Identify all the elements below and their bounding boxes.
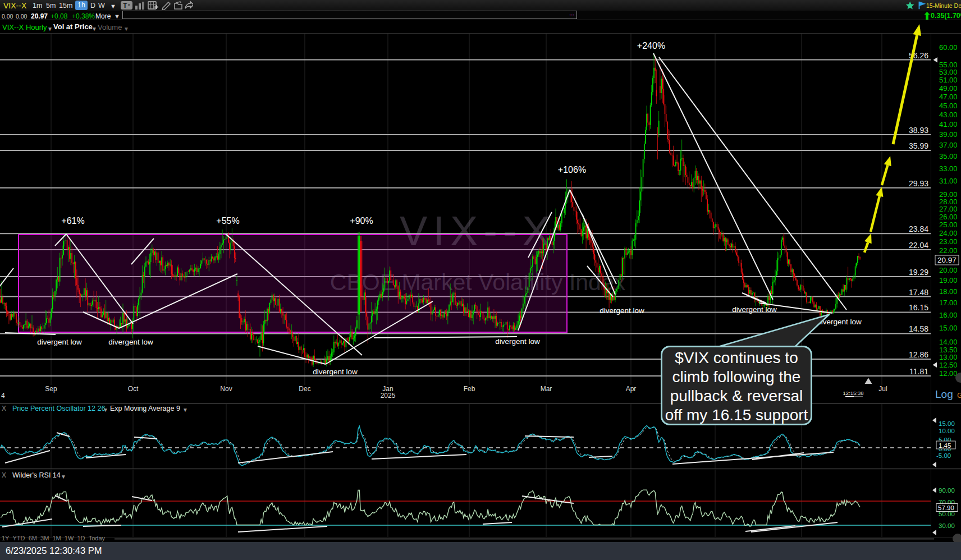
svg-text:Sep: Sep — [45, 385, 57, 393]
svg-text:16.15: 16.15 — [909, 303, 928, 312]
svg-text:38.93: 38.93 — [909, 126, 928, 135]
svg-text:26.00: 26.00 — [939, 213, 958, 221]
svg-text:16.00: 16.00 — [939, 311, 958, 319]
svg-text:23.84: 23.84 — [909, 224, 928, 233]
svg-text:Feb: Feb — [464, 385, 475, 393]
svg-text:39.00: 39.00 — [939, 130, 958, 139]
svg-text:41.00: 41.00 — [939, 120, 958, 128]
svg-text:Nov: Nov — [220, 385, 232, 393]
svg-text:15.00: 15.00 — [939, 420, 955, 427]
svg-text:11.81: 11.81 — [909, 367, 928, 376]
svg-text:24.00: 24.00 — [939, 229, 958, 237]
svg-text:43.00: 43.00 — [939, 111, 958, 119]
svg-text:57.90: 57.90 — [938, 504, 954, 511]
svg-text:20.00: 20.00 — [939, 266, 958, 274]
svg-text:15.00: 15.00 — [939, 324, 958, 332]
svg-text:23.00: 23.00 — [939, 237, 958, 246]
svg-text:13.00: 13.00 — [939, 353, 958, 361]
svg-text:T: T — [123, 2, 127, 10]
svg-text:12.50: 12.50 — [939, 361, 958, 369]
svg-text:47.00: 47.00 — [939, 93, 958, 101]
svg-text:60.00: 60.00 — [939, 43, 958, 52]
svg-text:49.00: 49.00 — [939, 84, 958, 93]
svg-text:+55%: +55% — [216, 216, 239, 226]
svg-text:31.00: 31.00 — [939, 177, 958, 185]
svg-text:divergent low: divergent low — [600, 306, 644, 315]
svg-text:12.00: 12.00 — [939, 369, 958, 378]
svg-text:20.97: 20.97 — [937, 256, 957, 264]
svg-text:2025: 2025 — [381, 392, 396, 400]
svg-text:divergent low: divergent low — [37, 338, 82, 346]
svg-text:divergent low: divergent low — [495, 337, 540, 346]
svg-text:18.00: 18.00 — [939, 287, 958, 296]
svg-text:divergent low: divergent low — [108, 338, 153, 346]
svg-text:37.00: 37.00 — [939, 141, 958, 149]
svg-text:Apr: Apr — [626, 385, 637, 393]
svg-text:19.29: 19.29 — [909, 268, 928, 277]
svg-text:Oct: Oct — [128, 385, 139, 393]
svg-text:Mar: Mar — [541, 385, 552, 393]
svg-text:VIX--X: VIX--X — [400, 208, 556, 254]
svg-text:divergent low: divergent low — [313, 368, 358, 376]
svg-text:25.00: 25.00 — [939, 221, 958, 229]
svg-text:29.93: 29.93 — [909, 179, 928, 188]
svg-text:12.86: 12.86 — [909, 350, 928, 359]
svg-text:G: G — [957, 391, 961, 400]
svg-text:35.00: 35.00 — [939, 152, 958, 160]
svg-text:1.45: 1.45 — [939, 442, 951, 449]
svg-text:-5.00: -5.00 — [936, 452, 951, 459]
svg-text:17.48: 17.48 — [909, 288, 928, 297]
svg-text:12:15:38: 12:15:38 — [843, 390, 864, 396]
svg-text:35.99: 35.99 — [909, 141, 928, 150]
svg-text:4: 4 — [1, 392, 5, 400]
svg-text:22.00: 22.00 — [939, 246, 958, 255]
svg-text:Dec: Dec — [299, 385, 310, 393]
svg-text:90.00: 90.00 — [939, 487, 955, 494]
svg-text:17.00: 17.00 — [939, 299, 958, 307]
svg-text:30.00: 30.00 — [939, 522, 955, 529]
svg-text:19.00: 19.00 — [939, 276, 958, 284]
svg-text:53.00: 53.00 — [939, 68, 958, 76]
svg-text:+61%: +61% — [61, 216, 84, 226]
svg-text:45.00: 45.00 — [939, 102, 958, 110]
svg-text:+106%: +106% — [558, 165, 586, 175]
svg-text:51.00: 51.00 — [939, 76, 958, 84]
svg-text:CBOE Market Volatility Index: CBOE Market Volatility Index — [330, 269, 626, 295]
svg-text:divergent low: divergent low — [732, 305, 777, 314]
svg-text:+240%: +240% — [637, 41, 665, 51]
svg-text:10.00: 10.00 — [939, 428, 955, 434]
svg-text:Log: Log — [935, 388, 953, 400]
svg-text:22.04: 22.04 — [909, 241, 928, 250]
svg-text:33.00: 33.00 — [939, 164, 958, 173]
svg-text:14.58: 14.58 — [909, 324, 928, 333]
svg-text:Jul: Jul — [878, 385, 887, 393]
svg-text:+90%: +90% — [350, 216, 373, 226]
